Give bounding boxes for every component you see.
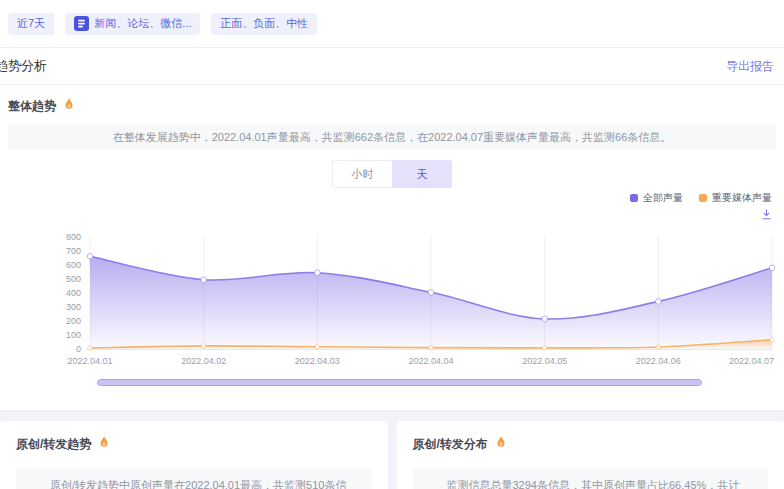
chart-toolbar: [0, 206, 784, 219]
chip-label: 新闻、论坛、微信...: [94, 16, 191, 31]
svg-text:500: 500: [66, 274, 81, 284]
trend-analysis-panel: 趋势分析 导出报告 整体趋势 在整体发展趋势中，2022.04.01声量最高，共…: [0, 48, 784, 410]
screen: 近7天 新闻、论坛、微信... 正面、负面、中性 趋势分析 导出报告 整体趋势 …: [0, 0, 784, 489]
svg-text:300: 300: [66, 302, 81, 312]
filter-bar: 近7天 新闻、论坛、微信... 正面、负面、中性: [0, 0, 784, 48]
trend-area-chart: 2022.04.012022.04.022022.04.032022.04.04…: [0, 219, 784, 367]
filter-chip-media-sources[interactable]: 新闻、论坛、微信...: [65, 13, 200, 35]
svg-text:600: 600: [66, 260, 81, 270]
overall-trend-section-header: 整体趋势: [0, 85, 784, 124]
svg-text:2022.04.05: 2022.04.05: [522, 356, 567, 366]
granularity-toggle: 小时 天: [0, 160, 784, 188]
filter-chip-date-range[interactable]: 近7天: [8, 13, 54, 35]
svg-text:700: 700: [66, 246, 81, 256]
filter-chip-sentiment[interactable]: 正面、负面、中性: [211, 13, 317, 35]
legend-swatch-total: [630, 194, 638, 202]
card-origin-repost-trend: 原创/转发趋势 原创/转发趋势中原创声量在2022.04.01最高，共监测510…: [0, 421, 388, 489]
section-title-overall-trend: 整体趋势: [8, 98, 56, 115]
chip-label: 近7天: [17, 16, 45, 31]
card-title-origin-repost-trend: 原创/转发趋势: [16, 436, 91, 453]
toggle-hour-button[interactable]: 小时: [332, 160, 392, 188]
svg-text:2022.04.04: 2022.04.04: [408, 356, 453, 366]
overall-trend-summary: 在整体发展趋势中，2022.04.01声量最高，共监测662条信息，在2022.…: [8, 124, 776, 150]
svg-text:2022.04.01: 2022.04.01: [67, 356, 112, 366]
card-title-origin-repost-distribution: 原创/转发分布: [413, 436, 488, 453]
svg-text:200: 200: [66, 316, 81, 326]
svg-text:100: 100: [66, 330, 81, 340]
svg-text:2022.04.06: 2022.04.06: [636, 356, 681, 366]
card-header: 原创/转发分布: [413, 435, 769, 453]
card-origin-repost-distribution: 原创/转发分布 监测信息总量3294条信息，其中原创声量占比66.45%，共计2…: [397, 421, 784, 489]
card-header: 原创/转发趋势: [16, 435, 372, 453]
svg-text:0: 0: [76, 344, 81, 354]
svg-text:2022.04.02: 2022.04.02: [181, 356, 226, 366]
svg-text:400: 400: [66, 288, 81, 298]
svg-text:2022.04.07: 2022.04.07: [729, 356, 774, 366]
hot-flame-icon: [97, 435, 111, 453]
page-title: 趋势分析: [0, 57, 47, 75]
hot-flame-icon: [62, 97, 76, 115]
chart-legend: 全部声量 重要媒体声量: [0, 192, 784, 204]
card-summary-origin-repost-distribution: 监测信息总量3294条信息，其中原创声量占比66.45%，共计2189条信息；转…: [413, 468, 769, 489]
bottom-cards-row: 原创/转发趋势 原创/转发趋势中原创声量在2022.04.01最高，共监测510…: [0, 421, 784, 489]
legend-item-total-volume[interactable]: 全部声量: [630, 191, 683, 205]
svg-text:2022.04.03: 2022.04.03: [295, 356, 340, 366]
toggle-day-button[interactable]: 天: [392, 160, 452, 188]
svg-text:800: 800: [66, 232, 81, 242]
export-report-link[interactable]: 导出报告: [726, 58, 774, 75]
hot-flame-icon: [494, 435, 508, 453]
legend-label: 重要媒体声量: [712, 191, 772, 205]
legend-item-key-media-volume[interactable]: 重要媒体声量: [699, 191, 772, 205]
media-source-icon: [74, 16, 89, 31]
legend-label: 全部声量: [643, 191, 683, 205]
chart-data-zoom-slider[interactable]: [97, 379, 702, 386]
panel-header: 趋势分析 导出报告: [0, 48, 784, 85]
card-summary-origin-repost-trend: 原创/转发趋势中原创声量在2022.04.01最高，共监测510条信息；转发声量…: [16, 468, 372, 489]
chip-label: 正面、负面、中性: [220, 16, 308, 31]
legend-swatch-key-media: [699, 194, 707, 202]
